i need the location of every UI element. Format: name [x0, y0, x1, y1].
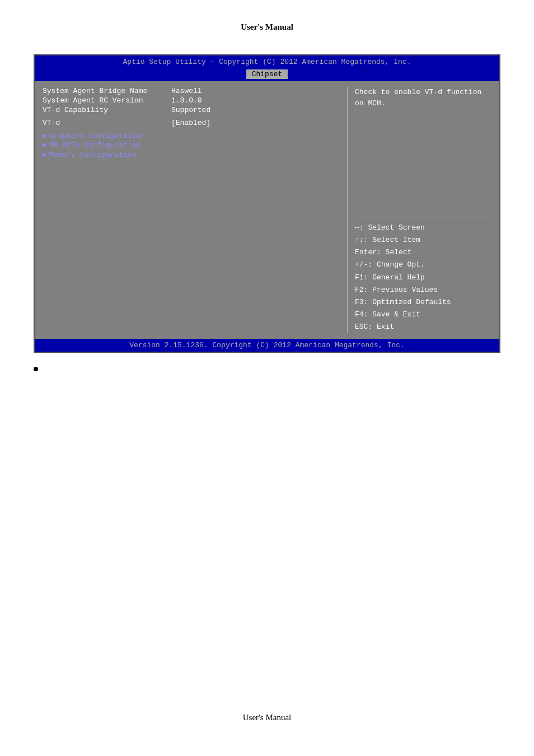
bios-tab-bar: Chipset: [35, 68, 499, 81]
page-footer-title: User's Manual: [0, 702, 534, 734]
info-value-bridge: Haswell: [171, 87, 202, 95]
bullet-section: [34, 364, 500, 371]
key-enter: Enter: Select: [355, 246, 493, 259]
menu-item-nbpcie[interactable]: ► NB PCIe Configuration: [43, 141, 339, 150]
menu-label-memory: Memory Configuration: [49, 151, 137, 159]
bios-help-text: Check to enable VT-d function on MCH.: [355, 87, 493, 212]
bios-active-tab[interactable]: Chipset: [246, 69, 288, 79]
key-esc: ESC: Exit: [355, 321, 493, 333]
bios-footer: Version 2.15.1236. Copyright (C) 2012 Am…: [35, 339, 499, 352]
vtd-row: VT-d [Enabled]: [43, 119, 339, 127]
menu-arrow-memory: ►: [43, 151, 47, 159]
key-f4: F4: Save & Exit: [355, 309, 493, 321]
menu-item-memory[interactable]: ► Memory Configuration: [43, 151, 339, 159]
bios-title-bar: Aptio Setup Utility – Copyright (C) 2012…: [35, 55, 499, 68]
menu-label-graphics: Graphics Configuration: [49, 132, 146, 140]
key-change-opt: +/-: Change Opt.: [355, 259, 493, 271]
menu-item-graphics[interactable]: ► Graphics Configuration: [43, 132, 339, 140]
menu-label-nbpcie: NB PCIe Configuration: [49, 141, 141, 150]
info-value-vtd-cap: Supported: [171, 106, 210, 114]
info-value-rc: 1.8.0.0: [171, 96, 202, 105]
bios-key-legend: ↔: Select Screen ↑↓: Select Item Enter: …: [355, 222, 493, 333]
info-label-vtd-cap: VT-d Capability: [43, 106, 171, 114]
info-row-bridge: System Agent Bridge Name Haswell: [43, 87, 339, 95]
vtd-label: VT-d: [43, 119, 171, 127]
key-f1: F1: General Help: [355, 272, 493, 284]
key-select-item: ↑↓: Select Item: [355, 234, 493, 246]
vtd-value: [Enabled]: [171, 119, 210, 127]
key-f2: F2: Previous Values: [355, 284, 493, 296]
info-label-rc: System Agent RC Version: [43, 96, 171, 105]
bios-screen: Aptio Setup Utility – Copyright (C) 2012…: [34, 54, 500, 353]
page-header-title: User's Manual: [0, 0, 534, 43]
horizontal-divider: [355, 217, 493, 217]
info-row-vtd-cap: VT-d Capability Supported: [43, 106, 339, 114]
bullet-dot-1: [34, 367, 38, 371]
bios-right-panel: Check to enable VT-d function on MCH. ↔:…: [348, 81, 499, 339]
bios-left-panel: System Agent Bridge Name Haswell System …: [35, 81, 347, 339]
info-row-rc: System Agent RC Version 1.8.0.0: [43, 96, 339, 105]
info-label-bridge: System Agent Bridge Name: [43, 87, 171, 95]
bullet-item-1: [34, 364, 500, 371]
key-f3: F3: Optimized Defaults: [355, 296, 493, 309]
menu-arrow-graphics: ►: [43, 132, 47, 140]
key-select-screen: ↔: Select Screen: [355, 222, 493, 234]
menu-arrow-nbpcie: ►: [43, 141, 47, 150]
